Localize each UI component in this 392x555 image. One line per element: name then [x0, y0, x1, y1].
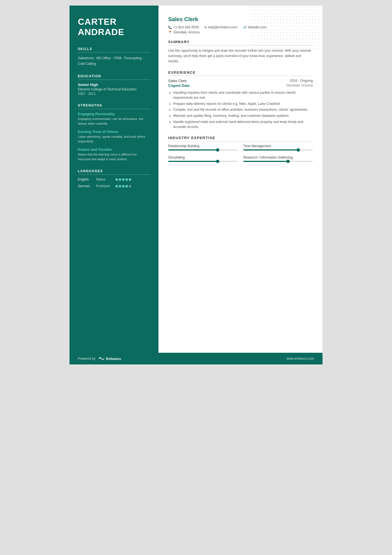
svg-point-209 [286, 35, 287, 36]
svg-point-11 [286, 6, 287, 8]
svg-point-29 [274, 10, 275, 11]
strength-item-1: Engaging Personality Engaging communicat… [78, 112, 150, 126]
svg-point-200 [257, 35, 259, 36]
svg-point-65 [318, 13, 319, 14]
footer-left: Powered by Enhancv [78, 356, 121, 361]
svg-point-87 [318, 16, 319, 17]
strength-desc-2: Listen attentively, speak candidly, and … [78, 134, 150, 144]
powered-by-text: Powered by [78, 357, 95, 361]
phone-number: +1-914-345-5530 [173, 25, 199, 29]
svg-point-202 [264, 35, 265, 36]
expertise-bar-bg-4 [243, 161, 313, 162]
svg-point-46 [257, 13, 259, 14]
svg-point-54 [283, 13, 284, 14]
svg-point-306 [315, 48, 316, 49]
dot [119, 185, 121, 188]
expertise-bar-fill-4 [243, 161, 289, 162]
svg-point-49 [267, 13, 268, 14]
svg-point-14 [296, 6, 297, 8]
svg-point-7 [274, 6, 275, 8]
svg-point-225 [267, 38, 268, 40]
svg-point-203 [267, 35, 268, 36]
expertise-bar-fill-2 [243, 149, 299, 151]
dot [122, 185, 125, 188]
dot [115, 178, 118, 181]
expertise-item-4: Research / Information Gathering. [243, 156, 313, 162]
expertise-grid: Relationship Building Time Management St… [168, 144, 313, 162]
expertise-section: INDUSTRY EXPERTISE Relationship Building… [168, 136, 313, 162]
svg-point-32 [283, 10, 284, 11]
bullet-4: Maintain and update filing, inventory, m… [173, 113, 313, 119]
svg-point-56 [289, 13, 291, 14]
bullet-2: Prepare daily delivery reports for clien… [173, 101, 313, 107]
exp-company: Cogent Data [168, 83, 190, 88]
svg-point-31 [280, 10, 281, 11]
svg-point-9 [280, 6, 281, 8]
svg-point-63 [312, 13, 313, 14]
svg-point-43 [318, 10, 319, 11]
svg-point-208 [283, 35, 284, 36]
svg-point-233 [293, 38, 294, 40]
svg-point-230 [283, 38, 284, 40]
svg-point-126 [302, 23, 303, 24]
svg-point-236 [302, 38, 303, 40]
svg-point-234 [296, 38, 297, 40]
svg-point-6 [270, 6, 271, 8]
svg-point-214 [302, 35, 303, 36]
lang-level-german: Proficient [96, 184, 115, 188]
expertise-label-3: Storytelling [168, 156, 238, 159]
svg-point-28 [270, 10, 271, 11]
svg-point-62 [309, 13, 310, 14]
strength-title-2: Earning Trust of Others [78, 130, 150, 134]
svg-point-5 [267, 6, 268, 8]
svg-point-153 [318, 26, 319, 27]
svg-point-227 [274, 38, 275, 40]
svg-point-232 [289, 38, 291, 40]
svg-point-226 [270, 38, 271, 40]
footer-right: www.enhancv.com [287, 357, 314, 361]
svg-point-50 [270, 13, 271, 14]
svg-point-26 [264, 10, 265, 11]
exp-job-title: Sales Clerk [168, 79, 187, 83]
svg-point-222 [257, 38, 259, 40]
svg-point-44 [251, 13, 252, 14]
svg-point-211 [293, 35, 294, 36]
phone-icon: 📞 [168, 26, 172, 29]
svg-point-52 [277, 13, 278, 14]
svg-point-235 [299, 38, 300, 40]
svg-point-122 [289, 23, 291, 24]
location-icon: 📍 [168, 31, 172, 34]
expertise-title: INDUSTRY EXPERTISE [168, 136, 313, 141]
logo-svg-icon [98, 356, 105, 361]
svg-point-18 [309, 6, 310, 8]
location: Glendale, Arizona [173, 30, 200, 34]
dot [119, 178, 121, 181]
svg-point-47 [261, 13, 262, 14]
svg-point-39 [306, 10, 307, 11]
contact-email: ✉ help@enhancv.com [204, 25, 237, 29]
expertise-bar-fill-1 [168, 149, 218, 151]
strength-title-1: Engaging Personality [78, 112, 150, 116]
svg-point-175 [318, 29, 319, 30]
linkedin-icon: 🔗 [243, 26, 247, 29]
svg-point-61 [306, 13, 307, 14]
job-title-header: Sales Clerk [168, 16, 313, 23]
svg-point-112 [257, 23, 259, 24]
svg-point-86 [315, 16, 316, 17]
svg-point-204 [270, 35, 271, 36]
svg-point-284 [315, 45, 316, 46]
svg-point-110 [251, 23, 252, 24]
svg-point-197 [318, 32, 319, 33]
svg-point-220 [251, 38, 252, 40]
lang-dots-english [115, 178, 131, 181]
svg-point-22 [251, 10, 252, 11]
enhancv-logo: Enhancv [98, 356, 121, 361]
svg-point-238 [309, 38, 310, 40]
svg-point-23 [254, 10, 255, 11]
svg-point-116 [270, 23, 271, 24]
lang-dots-german [115, 185, 131, 188]
dot [129, 178, 131, 181]
strength-desc-1: Engaging communicator, can be persuasive… [78, 117, 150, 126]
contact-phone: 📞 +1-914-345-5530 [168, 25, 199, 29]
dot [125, 185, 128, 188]
